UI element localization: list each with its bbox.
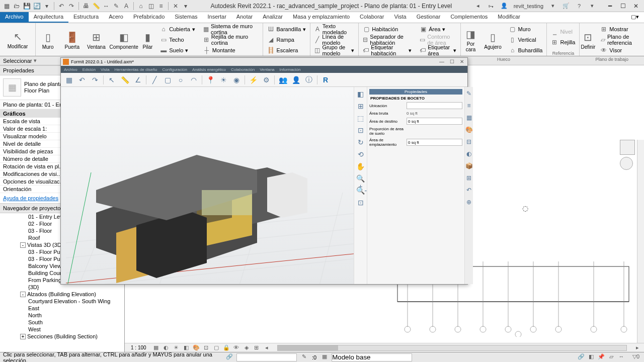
formit-menu-item[interactable]: Análisis energético [192,67,226,72]
muro-hueco-button[interactable]: ▢Muro [507,24,545,34]
sistema-mc-button[interactable]: ▦Sistema de muro cortina [201,24,261,34]
maximize-button[interactable]: ☐ [617,2,629,11]
arc-icon[interactable]: ◠ [189,75,199,85]
tree-item[interactable]: South [0,319,124,326]
workset-selector[interactable] [236,353,297,361]
energy-icon[interactable]: ⚡ [248,75,258,85]
help-icon[interactable]: ? [574,2,585,11]
shadows-icon[interactable]: ◧ [183,344,190,351]
habitacion-button[interactable]: ▢Habitación [361,24,414,34]
por-cara-button[interactable]: ◨Por cara [461,23,481,56]
text-icon[interactable]: A [122,2,131,11]
formit-field-input[interactable] [407,102,462,109]
select-face-icon[interactable]: ▱ [607,353,616,361]
tab-anotar[interactable]: Anotar [231,12,258,23]
mostrar-button[interactable]: ⊞Mostrar [598,24,642,34]
properties-tab-icon[interactable]: ✎ [465,90,473,98]
detail-level-icon[interactable]: ▦ [152,344,159,351]
pan-icon[interactable]: ✋ [356,162,365,171]
montante-button[interactable]: ┼Montante [201,45,261,55]
tree-item[interactable]: Courtyard Elevation - South Wing [0,298,124,305]
cube-icon[interactable]: ◧ [356,90,365,99]
definir-button[interactable]: ⊡Definir [580,23,596,56]
grupo-modelo-button[interactable]: ◫Grupo de modelo ▾ [312,45,356,55]
vertical-button[interactable]: ▯Vertical [507,35,545,45]
undo-icon[interactable]: ↶ [57,2,66,11]
tab-colaborar[interactable]: Colaborar [355,12,389,23]
qat-dropdown-icon[interactable]: ▾ [42,2,51,11]
rejilla-mc-button[interactable]: ⊞Rejilla de muro cortina [201,35,261,45]
crop-icon[interactable]: ⊡ [203,344,210,351]
visor-button[interactable]: 👁Visor [598,45,642,55]
tab-insertar[interactable]: Insertar [203,12,231,23]
keynote-icon[interactable]: 🗝 [486,2,497,11]
switch-windows-icon[interactable]: ▾ [181,2,190,11]
user-icon[interactable]: 👤 [499,2,510,11]
reveal-icon[interactable]: ◈ [243,344,250,351]
editable-icon[interactable]: ✎ [299,353,308,361]
undo-tab-icon[interactable]: ↶ [465,187,473,195]
formit-field-input[interactable] [407,118,462,125]
formit-title-bar[interactable]: FormIt 2022.0.1 - Untitled.axm* — ☐ ✕ [61,58,467,66]
formit-field-input[interactable] [407,139,462,146]
cont-area-button[interactable]: ▭Contorno de área [418,35,458,45]
render-icon[interactable]: 🎨 [193,344,200,351]
3d-icon[interactable]: ⬚ [356,114,365,123]
minimize-button[interactable]: ━ [604,2,616,11]
tree-item[interactable]: {3D} [0,284,124,291]
solar-analysis-icon[interactable]: ◉ [231,75,242,85]
content-tab-icon[interactable]: 📦 [465,162,473,170]
tab-vista[interactable]: Vista [389,12,411,23]
app-menu-icon[interactable]: ▦ [2,2,11,11]
crop-region-icon[interactable]: ▢ [213,344,220,351]
back-icon[interactable]: ◂ [472,2,484,11]
close-button[interactable]: ✕ [630,2,642,11]
scale-value[interactable]: 1 : 100 [128,345,149,350]
tree-toggle-icon[interactable]: + [20,334,26,339]
gallery-icon[interactable]: ▦ [64,75,74,85]
formit-menu-item[interactable]: Archivo [64,67,77,72]
buhardilla-button[interactable]: ⌂Buhardilla [507,45,545,55]
tag-icon[interactable]: ✎ [112,2,121,11]
plugins-tab-icon[interactable]: ⊕ [465,199,473,207]
nav-cube[interactable] [620,140,638,190]
collab-icon[interactable]: 👥 [278,75,288,85]
circle-icon[interactable]: ○ [176,75,186,85]
suelo-button[interactable]: ▬Suelo ▾ [158,45,197,55]
visual-style-icon[interactable]: ◐ [163,344,170,351]
zoom-in-icon[interactable]: 🔍+ [356,174,365,184]
tab-analizar[interactable]: Analizar [258,12,288,23]
revit-icon[interactable]: R [320,75,331,85]
styles-tab-icon[interactable]: 🎨 [465,126,473,134]
close-button[interactable]: ✕ [458,59,465,65]
tab-arquitectura[interactable]: Arquitectura [29,12,68,23]
muro-button[interactable]: ▯Muro [36,23,60,56]
scenes-tab-icon[interactable]: ▦ [465,114,473,122]
save-icon[interactable]: 💾 [22,2,31,11]
tab-acero[interactable]: Acero [104,12,128,23]
help-dropdown-icon[interactable]: ▾ [587,2,598,11]
formit-menu-item[interactable]: Ventana [260,67,274,72]
nivel-button[interactable]: ⎯Nivel [549,27,577,37]
layers-tab-icon[interactable]: ≡ [465,102,473,110]
select-links-icon[interactable]: 🔗 [577,353,586,361]
tree-toggle-icon[interactable]: - [20,292,26,297]
measure-icon[interactable]: 📏 [92,2,101,11]
sync-icon[interactable]: 🔄 [32,2,41,11]
rampa-button[interactable]: ◢Rampa [265,35,308,45]
tab-sistemas[interactable]: Sistemas [170,12,202,23]
maximize-button[interactable]: ☐ [448,59,455,65]
ventana-button[interactable]: ⊞Ventana [84,23,108,56]
zoom-out-icon[interactable]: 🔍- [356,187,365,196]
etq-area-button[interactable]: 🏷Etiquetar área ▾ [418,45,458,55]
tab-complementos[interactable]: Complementos [445,12,493,23]
vertical-scrollbar[interactable] [637,140,644,343]
dimension-icon[interactable]: ↔ [102,2,111,11]
redo-icon[interactable]: ↷ [90,75,100,85]
swivel-icon[interactable]: ⟲ [356,150,365,159]
linea-modelo-button[interactable]: ╱Línea de modelo [312,35,356,45]
top-icon[interactable]: ⊞ [356,102,365,111]
sep-hab-button[interactable]: ⊟Separador de habitación [361,35,414,45]
drag-icon[interactable]: ↔ [617,353,626,361]
undo-icon[interactable]: ↶ [77,75,87,85]
